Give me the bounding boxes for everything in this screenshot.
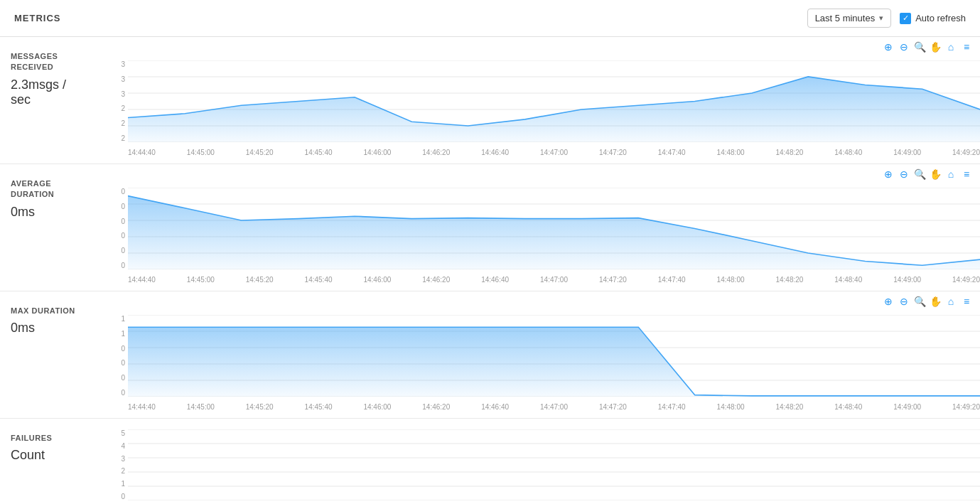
max-duration-section: MAX DURATION 0ms ⊕ ⊖ 🔍 ✋ ⌂ ≡ 1 1 0 (0, 291, 980, 419)
chart-plot-1 (128, 60, 980, 142)
menu-icon-2[interactable]: ≡ (960, 168, 973, 181)
time-range-select[interactable]: Last 5 minutes ▾ (807, 9, 892, 28)
menu-icon-3[interactable]: ≡ (960, 295, 973, 308)
chart-plot-2 (128, 188, 980, 269)
messages-received-label: MESSAGESRECEIVED 2.3msgs /sec (0, 37, 107, 163)
chart-toolbar-1: ⊕ ⊖ 🔍 ✋ ⌂ ≡ (882, 41, 973, 53)
y-axis-2: 0 0 0 0 0 0 (107, 188, 128, 269)
average-duration-section: AVERAGEDURATION 0ms ⊕ ⊖ 🔍 ✋ ⌂ ≡ 0 0 0 (0, 164, 980, 291)
auto-refresh-label: Auto refresh (915, 13, 966, 23)
home-icon-2[interactable]: ⌂ (944, 168, 957, 181)
zoom-in-icon-2[interactable]: ⊕ (882, 168, 895, 181)
max-duration-label: MAX DURATION 0ms (0, 291, 107, 418)
header-controls: Last 5 minutes ▾ ✓ Auto refresh (807, 9, 966, 28)
messages-received-chart: ⊕ ⊖ 🔍 ✋ ⌂ ≡ 3 3 3 2 2 2 (107, 37, 980, 163)
chart-wrapper-1: 3 3 3 2 2 2 (107, 60, 980, 163)
y-axis-3: 1 1 0 0 0 0 (107, 315, 128, 397)
chart-plot-3 (128, 315, 980, 397)
page-title: METRICS (14, 13, 61, 23)
header: METRICS Last 5 minutes ▾ ✓ Auto refresh (0, 0, 980, 37)
magnify-icon-2[interactable]: 🔍 (913, 168, 926, 181)
chart-wrapper-4: 5 4 3 2 1 0 (107, 429, 980, 504)
messages-received-name: MESSAGESRECEIVED (11, 51, 96, 73)
max-duration-value: 0ms (11, 321, 96, 336)
zoom-out-icon-2[interactable]: ⊖ (898, 168, 910, 181)
failures-chart: 5 4 3 2 1 0 (107, 419, 980, 504)
hand-icon-2[interactable]: ✋ (929, 168, 942, 181)
average-duration-chart: ⊕ ⊖ 🔍 ✋ ⌂ ≡ 0 0 0 0 0 0 (107, 164, 980, 291)
max-duration-chart: ⊕ ⊖ 🔍 ✋ ⌂ ≡ 1 1 0 0 0 0 (107, 291, 980, 418)
zoom-in-icon[interactable]: ⊕ (882, 41, 895, 53)
y-axis-1: 3 3 3 2 2 2 (107, 60, 128, 142)
failures-name: FAILURES (11, 433, 96, 444)
chart-plot-4 (128, 429, 980, 500)
hand-icon-3[interactable]: ✋ (929, 295, 942, 308)
y-axis-4: 5 4 3 2 1 0 (107, 429, 128, 500)
time-range-label: Last 5 minutes (815, 13, 876, 23)
zoom-in-icon-3[interactable]: ⊕ (882, 295, 895, 308)
zoom-out-icon[interactable]: ⊖ (898, 41, 910, 53)
average-duration-name: AVERAGEDURATION (11, 178, 96, 200)
failures-section: FAILURES Count 5 4 3 2 1 0 (0, 419, 980, 504)
magnify-icon-3[interactable]: 🔍 (913, 295, 926, 308)
chart-toolbar-2: ⊕ ⊖ 🔍 ✋ ⌂ ≡ (882, 168, 973, 181)
chart-area-fill-3 (128, 327, 980, 397)
menu-icon[interactable]: ≡ (960, 41, 973, 53)
chart-wrapper-3: 1 1 0 0 0 0 (107, 315, 980, 418)
home-icon-3[interactable]: ⌂ (944, 295, 957, 308)
content: MESSAGESRECEIVED 2.3msgs /sec ⊕ ⊖ 🔍 ✋ ⌂ … (0, 37, 980, 504)
hand-icon[interactable]: ✋ (929, 41, 942, 53)
max-duration-name: MAX DURATION (11, 306, 96, 316)
messages-received-value: 2.3msgs /sec (11, 77, 96, 107)
average-duration-value: 0ms (11, 205, 96, 220)
average-duration-label: AVERAGEDURATION 0ms (0, 164, 107, 291)
x-axis-1: 14:44:40 14:45:00 14:45:20 14:45:40 14:4… (128, 146, 980, 163)
x-axis-2: 14:44:40 14:45:00 14:45:20 14:45:40 14:4… (128, 273, 980, 291)
chart-area-fill-2 (128, 196, 980, 270)
x-axis-3: 14:44:40 14:45:00 14:45:20 14:45:40 14:4… (128, 400, 980, 418)
page: METRICS Last 5 minutes ▾ ✓ Auto refresh … (0, 0, 980, 504)
failures-value: Count (11, 448, 96, 463)
zoom-out-icon-3[interactable]: ⊖ (898, 295, 910, 308)
magnify-icon[interactable]: 🔍 (913, 41, 926, 53)
chart-wrapper-2: 0 0 0 0 0 0 (107, 188, 980, 291)
auto-refresh-checkbox[interactable]: ✓ (900, 13, 911, 24)
chevron-down-icon: ▾ (879, 14, 883, 23)
messages-received-section: MESSAGESRECEIVED 2.3msgs /sec ⊕ ⊖ 🔍 ✋ ⌂ … (0, 37, 980, 164)
chart-toolbar-3: ⊕ ⊖ 🔍 ✋ ⌂ ≡ (882, 295, 973, 308)
failures-label: FAILURES Count (0, 419, 107, 504)
home-icon[interactable]: ⌂ (944, 41, 957, 53)
auto-refresh-control: ✓ Auto refresh (900, 13, 966, 24)
